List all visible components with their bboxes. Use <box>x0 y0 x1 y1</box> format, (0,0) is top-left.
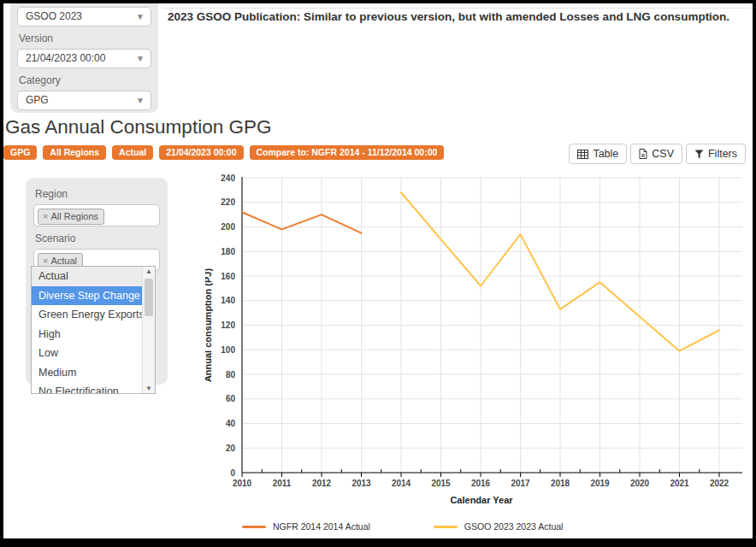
remove-chip-icon[interactable]: × <box>43 256 48 266</box>
category-select-value: GPG <box>26 94 49 106</box>
file-csv-icon <box>639 149 647 159</box>
publication-select[interactable]: GSOO 2023 ▼ <box>17 7 151 26</box>
table-button[interactable]: Table <box>569 144 627 164</box>
svg-text:Annual consumption (PJ): Annual consumption (PJ) <box>205 268 213 383</box>
category-label: Category <box>19 74 151 86</box>
scenario-chip-label: Actual <box>50 256 77 266</box>
filter-funnel-icon <box>694 150 704 159</box>
svg-text:60: 60 <box>226 394 236 403</box>
region-chip-label: All Regions <box>50 211 98 221</box>
chart-legend: NGFR 2014 2014 ActualGSOO 2023 2023 Actu… <box>242 521 563 532</box>
consumption-chart: 2010201120122013201420152016201720182019… <box>205 171 753 509</box>
badge-scenario: Actual <box>112 145 153 160</box>
svg-text:2019: 2019 <box>590 479 610 488</box>
scroll-up-icon[interactable]: ▲ <box>143 268 155 275</box>
region-chip[interactable]: ×All Regions <box>38 209 104 225</box>
scenario-option[interactable]: High <box>32 325 148 344</box>
svg-text:2016: 2016 <box>471 479 491 488</box>
remove-chip-icon[interactable]: × <box>43 211 48 221</box>
svg-text:100: 100 <box>221 345 235 355</box>
svg-text:2014: 2014 <box>392 479 411 488</box>
csv-button-label: CSV <box>652 148 674 160</box>
badge-compare: Compare to: NGFR 2014 - 11/12/2014 00:00 <box>250 145 445 160</box>
scenario-options-listbox[interactable]: ▲ ▼ ActualDiverse Step ChangeGreen Energ… <box>31 266 156 394</box>
chart-svg: 2010201120122013201420152016201720182019… <box>205 171 753 509</box>
svg-text:40: 40 <box>226 419 236 428</box>
region-multiselect[interactable]: ×All Regions <box>33 204 160 226</box>
svg-text:2020: 2020 <box>630 479 650 488</box>
page-title: Gas Annual Consumption GPG <box>5 116 271 138</box>
version-select[interactable]: 21/04/2023 00:00 ▼ <box>17 49 151 68</box>
badge-region: All Regions <box>43 145 106 160</box>
scenario-option[interactable]: Green Energy Exports <box>32 305 148 325</box>
filter-badges: GPG All Regions Actual 21/04/2023 00:00 … <box>3 145 444 160</box>
scenario-option[interactable]: Diverse Step Change <box>32 286 148 306</box>
legend-line-swatch <box>434 526 458 528</box>
svg-text:2021: 2021 <box>670 479 689 488</box>
category-select[interactable]: GPG ▼ <box>17 91 151 110</box>
svg-text:2017: 2017 <box>511 479 530 488</box>
svg-text:0: 0 <box>230 468 235 478</box>
chevron-down-icon: ▼ <box>136 50 145 68</box>
badge-version: 21/04/2023 00:00 <box>159 145 243 160</box>
version-label: Version <box>19 32 151 44</box>
csv-button[interactable]: CSV <box>630 144 682 164</box>
svg-text:2015: 2015 <box>431 479 451 488</box>
chevron-down-icon: ▼ <box>136 91 145 109</box>
svg-text:2012: 2012 <box>312 479 332 488</box>
svg-text:2022: 2022 <box>710 479 729 488</box>
scenario-option[interactable]: No Electrification <box>32 382 148 394</box>
scenario-option[interactable]: Medium <box>32 363 148 383</box>
publication-select-value: GSOO 2023 <box>26 10 82 22</box>
version-select-value: 21/04/2023 00:00 <box>26 52 105 64</box>
filters-button[interactable]: Filters <box>686 144 746 164</box>
svg-text:80: 80 <box>226 370 236 379</box>
legend-line-swatch <box>242 526 266 528</box>
svg-text:20: 20 <box>226 444 236 453</box>
scenario-option[interactable]: Low <box>32 344 148 363</box>
svg-text:240: 240 <box>221 174 235 183</box>
region-label: Region <box>35 188 160 200</box>
table-icon <box>577 150 588 159</box>
svg-text:160: 160 <box>221 272 235 281</box>
legend-label: GSOO 2023 2023 Actual <box>464 521 564 532</box>
listbox-scrollbar[interactable]: ▲ ▼ <box>142 267 155 393</box>
svg-text:200: 200 <box>221 222 235 232</box>
svg-text:180: 180 <box>221 247 235 256</box>
series-filter-panel: Region ×All Regions Scenario ×Actual ▲ ▼… <box>26 178 168 385</box>
legend-label: NGFR 2014 2014 Actual <box>273 521 370 532</box>
publication-filter-panel: GSOO 2023 ▼ Version 21/04/2023 00:00 ▼ C… <box>10 3 158 113</box>
scrollbar-thumb[interactable] <box>145 279 153 316</box>
svg-text:2018: 2018 <box>551 479 570 488</box>
scenario-option[interactable]: Actual <box>32 267 148 286</box>
top-divider <box>162 8 753 9</box>
svg-text:220: 220 <box>221 197 235 207</box>
svg-text:140: 140 <box>221 296 235 305</box>
svg-text:2010: 2010 <box>233 479 252 488</box>
svg-text:2013: 2013 <box>351 479 371 488</box>
chevron-down-icon: ▼ <box>136 8 145 26</box>
scenario-label: Scenario <box>35 232 160 244</box>
svg-text:120: 120 <box>221 321 235 330</box>
scroll-down-icon[interactable]: ▼ <box>143 385 155 392</box>
chart-actions: Table CSV Filters <box>569 144 746 164</box>
svg-text:Calendar Year: Calendar Year <box>450 495 513 505</box>
svg-text:2011: 2011 <box>273 479 292 488</box>
legend-item[interactable]: GSOO 2023 2023 Actual <box>434 521 564 532</box>
publication-note: 2023 GSOO Publication: Similar to previo… <box>168 10 749 23</box>
filters-button-label: Filters <box>708 148 737 160</box>
legend-item[interactable]: NGFR 2014 2014 Actual <box>242 521 370 532</box>
table-button-label: Table <box>593 148 618 160</box>
page: GSOO 2023 ▼ Version 21/04/2023 00:00 ▼ C… <box>3 3 753 538</box>
badge-category: GPG <box>3 145 37 160</box>
